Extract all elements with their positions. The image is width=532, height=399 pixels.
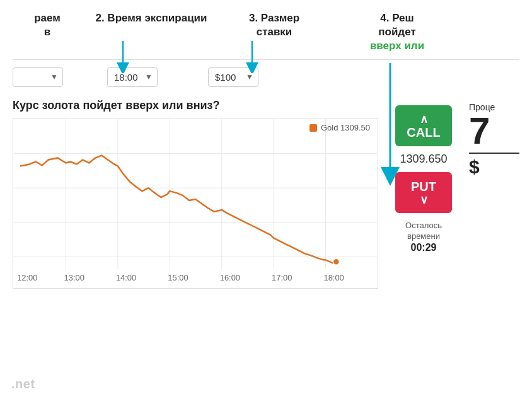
- amount-dropdown-wrapper: $100 ▼: [208, 67, 258, 87]
- call-button[interactable]: ∧ CALL: [395, 105, 452, 146]
- instructions-row: раем в 2. Время экспирации 3. Размер ста…: [0, 0, 532, 59]
- time-remaining-label: Осталось времени: [405, 221, 442, 242]
- chart-legend: Gold 1309.50: [309, 123, 370, 132]
- step-1: раем в: [13, 11, 82, 39]
- step-3-label: 3. Размер ставки: [249, 11, 299, 39]
- time-dropdown[interactable]: 18:00: [107, 67, 158, 87]
- call-up-arrow-icon: ∧: [420, 113, 428, 125]
- watermark: .net: [11, 377, 35, 391]
- put-label: PUT: [411, 180, 436, 193]
- time-remaining-value: 00:29: [405, 242, 442, 253]
- svg-text:12:00: 12:00: [17, 273, 37, 282]
- main-content: Курс золота пойдет вверх или вниз? Gold …: [0, 99, 532, 289]
- info-panel: Проце 7 $: [469, 99, 519, 289]
- step-4-label: 4. Реш пойдет: [378, 11, 415, 39]
- step-2: 2. Время экспирации: [88, 11, 214, 25]
- svg-text:18:00: 18:00: [323, 273, 344, 282]
- step1-dropdown-wrapper: ▼: [13, 67, 63, 87]
- right-panel: ∧ CALL 1309.650 PUT ∨ Осталось времени 0…: [391, 99, 456, 289]
- legend-dot-icon: [309, 124, 317, 132]
- chart-title: Курс золота пойдет вверх или вниз?: [13, 99, 378, 112]
- controls-row: ▼ 18:00 ▼ $100 ▼: [0, 65, 532, 96]
- page-container: { "steps": { "step1": { "label": "раем\n…: [0, 0, 532, 399]
- step-4: 4. Реш пойдет вверх или: [334, 11, 460, 53]
- call-label: CALL: [407, 126, 440, 139]
- price-display: 1309.650: [400, 153, 447, 166]
- chart-container: Gold 1309.50: [13, 119, 378, 289]
- step-2-label: 2. Время экспирации: [95, 11, 207, 25]
- step-4-sub-label: вверх или: [370, 39, 424, 53]
- step1-dropdown[interactable]: [13, 67, 63, 87]
- svg-text:17:00: 17:00: [272, 273, 292, 282]
- time-dropdown-wrapper: 18:00 ▼: [107, 67, 158, 87]
- time-remaining: Осталось времени 00:29: [405, 221, 442, 253]
- put-down-arrow-icon: ∨: [420, 194, 428, 205]
- info-amount: $: [469, 156, 519, 178]
- put-button[interactable]: PUT ∨: [395, 172, 452, 213]
- legend-label: Gold 1309.50: [321, 123, 370, 132]
- step-1-label: раем в: [34, 11, 61, 39]
- svg-text:14:00: 14:00: [116, 273, 136, 282]
- amount-dropdown[interactable]: $100: [208, 67, 258, 87]
- chart-section: Курс золота пойдет вверх или вниз? Gold …: [13, 99, 378, 289]
- percent-value: 7: [469, 112, 519, 150]
- svg-text:15:00: 15:00: [168, 273, 188, 282]
- separator: [13, 59, 519, 60]
- chart-svg: 12:00 13:00 14:00 15:00 16:00 17:00 18:0…: [13, 119, 378, 288]
- step-3: 3. Размер ставки: [221, 11, 328, 39]
- svg-point-10: [333, 259, 339, 265]
- svg-text:16:00: 16:00: [220, 273, 240, 282]
- svg-text:13:00: 13:00: [64, 273, 84, 282]
